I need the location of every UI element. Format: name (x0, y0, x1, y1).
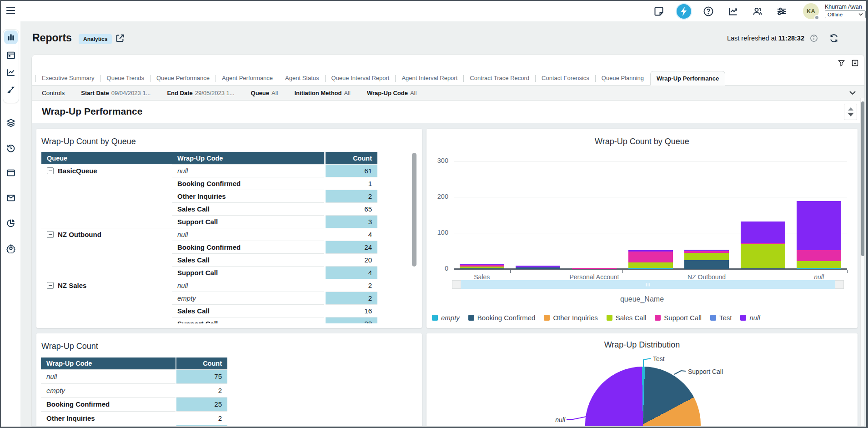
legend-item-test[interactable]: Test (710, 314, 732, 322)
sidebar-item-window[interactable] (6, 168, 16, 178)
bar-Personal Account[interactable] (572, 268, 617, 269)
bar-null[interactable] (797, 201, 841, 269)
bar-segment-Sales Call[interactable] (797, 261, 841, 268)
bar-segment-Booking Confirmed[interactable] (684, 260, 729, 269)
tab-queue-planning[interactable]: Queue Planning (596, 71, 650, 85)
legend-item-support-call[interactable]: Support Call (655, 314, 702, 322)
legend-item-null[interactable]: null (740, 314, 760, 322)
bar-segment-Sales Call[interactable] (741, 244, 785, 267)
tab-executive-summary[interactable]: Executive Summary (36, 71, 100, 85)
external-link-icon[interactable] (115, 33, 125, 43)
table-row[interactable]: NZ Outboundnull4 (41, 228, 377, 241)
bar-segment-Sales Call[interactable] (628, 262, 673, 268)
table-row[interactable]: null75 (41, 369, 227, 383)
table-row[interactable]: Booking Confirmed1 (41, 177, 377, 190)
tab-queue-interval-report[interactable]: Queue Interval Report (326, 71, 396, 85)
bolt-icon[interactable] (675, 3, 692, 20)
table-row[interactable]: NZ Salesnull2 (41, 279, 377, 292)
sidebar-item-settings[interactable] (6, 243, 16, 253)
table-row[interactable]: empty2 (41, 383, 227, 398)
sidebar-item-calendar[interactable] (6, 50, 16, 60)
scroll-thumb[interactable] (461, 280, 835, 289)
bar-1[interactable] (516, 266, 560, 269)
tab-agent-performance[interactable]: Agent Performance (216, 71, 279, 85)
controls-bar[interactable]: Controls Start Date09/04/2023 1...End Da… (32, 86, 864, 101)
bar-chart[interactable]: 0100200300SalesPersonal AccountNZ Outbou… (426, 129, 858, 328)
collapse-icon[interactable] (47, 282, 54, 289)
control-wrap-up-code[interactable]: Wrap-Up CodeAll (367, 90, 417, 96)
tab-agent-status[interactable]: Agent Status (279, 71, 325, 85)
table-row[interactable]: Booking Confirmed25 (41, 397, 227, 411)
bar-segment-Booking Confirmed[interactable] (741, 268, 785, 269)
bar-segment-Booking Confirmed[interactable] (516, 267, 560, 269)
bar-Sales[interactable] (460, 264, 504, 269)
sidebar-item-line-chart[interactable] (6, 67, 16, 77)
table-row[interactable]: Sales Call16 (41, 304, 377, 317)
tab-contact-forensics[interactable]: Contact Forensics (536, 71, 595, 85)
agents-icon[interactable] (752, 6, 763, 17)
legend-item-booking-confirmed[interactable]: Booking Confirmed (468, 314, 536, 322)
sheet-scroll-spinner[interactable] (844, 104, 857, 120)
page-scrollbar[interactable] (860, 98, 864, 426)
tab-contract-trace-record[interactable]: Contract Trace Record (464, 71, 535, 85)
tab-queue-trends[interactable]: Queue Trends (101, 71, 150, 85)
sidebar-item-mail[interactable] (6, 193, 16, 203)
legend-item-empty[interactable]: empty (432, 314, 460, 322)
sliders-icon[interactable] (776, 6, 787, 17)
legend-item-other-inquiries[interactable]: Other Inquiries (544, 314, 597, 322)
table-row[interactable]: Sales Call65 (41, 202, 377, 215)
bar-segment-Support Call[interactable] (572, 268, 617, 269)
bar-segment-empty[interactable] (628, 268, 673, 269)
table[interactable]: Wrap-Up CodeCountnull75empty2Booking Con… (41, 358, 227, 426)
status-select[interactable]: Offline (825, 10, 866, 18)
trend-icon[interactable] (728, 6, 738, 17)
collapse-icon[interactable] (47, 231, 54, 238)
collapse-icon[interactable] (47, 167, 54, 174)
table-row[interactable]: BasicQueuenull61 (41, 164, 377, 177)
bar-segment-Support Call[interactable] (628, 252, 673, 262)
bar-segment-empty[interactable] (797, 268, 841, 269)
bar-3[interactable] (628, 250, 673, 269)
bar-segment-Support Call[interactable] (797, 250, 841, 261)
sidebar-item-layers[interactable] (6, 118, 16, 128)
table-row[interactable]: Support Call3 (41, 215, 377, 228)
download-icon[interactable] (851, 59, 859, 67)
table-row[interactable]: Other Inquiries2 (41, 411, 227, 425)
refresh-icon[interactable] (829, 33, 839, 43)
scroll-left-button[interactable] (452, 280, 461, 289)
scroll-right-button[interactable] (835, 280, 844, 289)
table-row[interactable]: Sales Call106 (41, 425, 227, 426)
info-icon[interactable] (810, 34, 818, 42)
control-end-date[interactable]: End Date29/05/2023 1... (167, 90, 234, 96)
control-start-date[interactable]: Start Date09/04/2023 1... (81, 90, 151, 96)
table-row[interactable]: Support Call28 (41, 317, 377, 323)
help-icon[interactable] (703, 6, 714, 17)
bar-segment-Sales Call[interactable] (684, 253, 729, 260)
chart-horizontal-scrollbar[interactable] (452, 280, 844, 289)
pivot-table[interactable]: QueueWrap-Up CodeCountBasicQueuenull61Bo… (41, 152, 377, 323)
legend-item-sales-call[interactable]: Sales Call (607, 314, 647, 322)
table-row[interactable]: Support Call4 (41, 266, 377, 279)
sidebar-item-reports[interactable] (6, 32, 16, 42)
table-row[interactable]: Sales Call20 (41, 253, 377, 266)
tab-agent-interval-report[interactable]: Agent Interval Report (396, 71, 463, 85)
table-row[interactable]: empty2 (41, 292, 377, 304)
control-initiation-method[interactable]: Initiation MethodAll (294, 90, 350, 96)
sidebar-item-pie[interactable] (6, 218, 16, 228)
bar-segment-null[interactable] (797, 201, 841, 250)
table-row[interactable]: Other Inquiries2 (41, 190, 377, 202)
controls-expand-icon[interactable] (849, 90, 856, 96)
bar-5[interactable] (741, 222, 785, 269)
table-scrollbar[interactable] (412, 153, 416, 267)
sidebar-item-design[interactable] (6, 85, 16, 95)
bar-segment-null[interactable] (741, 222, 785, 243)
bar-segment-Booking Confirmed[interactable] (460, 268, 504, 269)
table-row[interactable]: Booking Confirmed24 (41, 241, 377, 253)
control-queue[interactable]: QueueAll (251, 90, 278, 96)
bar-NZ Outbound[interactable] (684, 250, 729, 269)
note-icon[interactable] (653, 6, 664, 17)
filter-icon[interactable] (838, 59, 845, 67)
tab-wrap-up-performance[interactable]: Wrap-Up Performance (650, 71, 725, 86)
sidebar-item-history[interactable] (6, 143, 16, 153)
tab-queue-performance[interactable]: Queue Performance (151, 71, 216, 85)
